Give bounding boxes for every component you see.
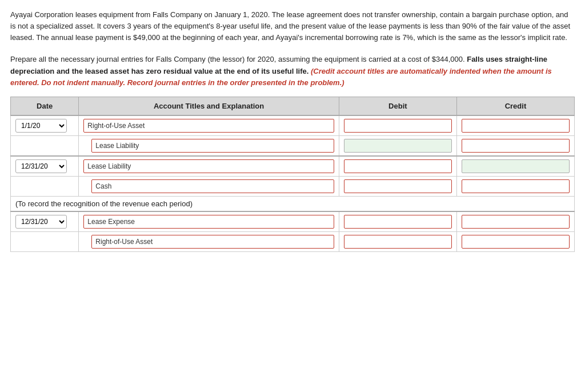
col-header-debit: Debit [339, 97, 456, 115]
date-cell-group2 [11, 231, 79, 251]
description-paragraph1: Ayayai Corporation leases equipment from… [10, 9, 575, 43]
account-input-group1-entry0[interactable] [83, 159, 334, 173]
account-cell-group2-entry0 [79, 211, 339, 232]
account-input-group0-entry1[interactable] [91, 139, 334, 153]
credit-cell-group0-entry1 [456, 135, 574, 156]
account-input-group1-entry1[interactable] [91, 179, 334, 193]
debit-input-group1-entry0[interactable] [344, 159, 452, 173]
debit-input-group2-entry1[interactable] [344, 235, 452, 249]
credit-input-group2-entry1[interactable] [462, 235, 570, 249]
credit-input-group1-entry1[interactable] [462, 179, 570, 193]
credit-input-group0-entry1[interactable] [462, 139, 570, 153]
debit-input-group1-entry1[interactable] [344, 179, 452, 193]
account-cell-group0-entry1 [79, 135, 339, 156]
account-cell-group2-entry1 [79, 231, 339, 251]
account-input-group2-entry0[interactable] [83, 215, 334, 229]
date-select-group0[interactable]: 1/1/2012/31/20 [15, 119, 67, 133]
account-input-group2-entry1[interactable] [91, 235, 334, 249]
description-paragraph2: Prepare all the necessary journal entrie… [10, 54, 575, 88]
debit-input-group0-entry0[interactable] [344, 119, 452, 133]
account-input-group0-entry0[interactable] [83, 119, 334, 133]
col-header-credit: Credit [456, 97, 574, 115]
debit-cell-group0-entry0 [339, 115, 456, 136]
note-group1: (To record the recognition of the revenu… [11, 196, 575, 211]
debit-input-group0-entry1[interactable] [344, 139, 452, 153]
credit-cell-group1-entry0 [456, 156, 574, 177]
account-cell-group1-entry1 [79, 176, 339, 196]
debit-cell-group0-entry1 [339, 135, 456, 156]
date-cell-group0: 1/1/2012/31/20 [11, 115, 79, 136]
date-cell-group1 [11, 176, 79, 196]
credit-input-group0-entry0[interactable] [462, 119, 570, 133]
credit-input-group1-entry0[interactable] [462, 159, 570, 173]
credit-input-group2-entry0[interactable] [462, 215, 570, 229]
journal-entries-table: Date Account Titles and Explanation Debi… [10, 97, 575, 252]
date-select-group1[interactable]: 1/1/2012/31/20 [15, 159, 67, 173]
date-cell-group0 [11, 135, 79, 156]
credit-cell-group2-entry1 [456, 231, 574, 251]
date-select-group2[interactable]: 1/1/2012/31/20 [15, 215, 67, 229]
account-cell-group1-entry0 [79, 156, 339, 177]
col-header-account: Account Titles and Explanation [79, 97, 339, 115]
credit-cell-group1-entry1 [456, 176, 574, 196]
debit-cell-group2-entry1 [339, 231, 456, 251]
account-cell-group0-entry0 [79, 115, 339, 136]
debit-cell-group1-entry1 [339, 176, 456, 196]
debit-input-group2-entry0[interactable] [344, 215, 452, 229]
date-cell-group2: 1/1/2012/31/20 [11, 211, 79, 232]
credit-cell-group2-entry0 [456, 211, 574, 232]
col-header-date: Date [11, 97, 79, 115]
debit-cell-group2-entry0 [339, 211, 456, 232]
date-cell-group1: 1/1/2012/31/20 [11, 156, 79, 177]
credit-cell-group0-entry0 [456, 115, 574, 136]
debit-cell-group1-entry0 [339, 156, 456, 177]
